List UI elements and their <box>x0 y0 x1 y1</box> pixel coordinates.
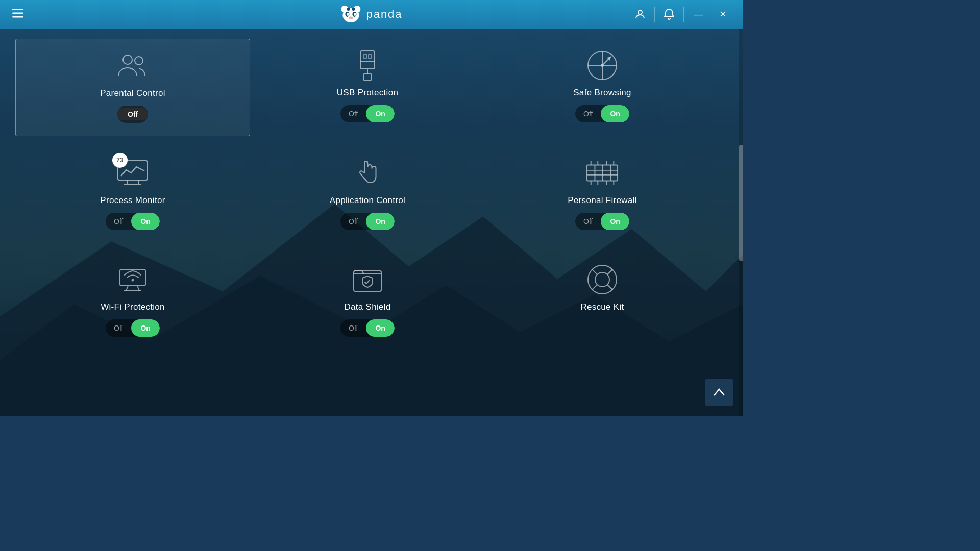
svg-rect-16 <box>360 51 375 69</box>
titlebar-divider2 <box>683 7 684 22</box>
titlebar-left <box>8 6 28 23</box>
application-control-icon <box>351 157 384 189</box>
titlebar: panda — ✕ <box>0 0 743 29</box>
parental-control-card[interactable]: Parental Control Off <box>15 39 250 136</box>
data-shield-off-label: Off <box>340 319 366 337</box>
svg-rect-39 <box>120 269 145 286</box>
data-shield-on-label[interactable]: On <box>366 319 394 337</box>
usb-off-label: Off <box>340 105 366 122</box>
svg-point-5 <box>342 8 359 22</box>
process-monitor-on-label[interactable]: On <box>131 213 159 230</box>
process-monitor-card[interactable]: 73 Process Monitor Off On <box>15 146 250 243</box>
parental-control-toggle[interactable]: Off <box>117 106 148 123</box>
titlebar-divider <box>654 7 655 22</box>
titlebar-center: panda <box>340 5 402 23</box>
process-monitor-toggle[interactable]: Off On <box>106 213 160 230</box>
personal-firewall-off-label: Off <box>575 213 601 230</box>
notifications-button[interactable] <box>657 0 681 29</box>
application-control-toggle[interactable]: Off On <box>340 213 395 230</box>
close-button[interactable]: ✕ <box>710 0 735 29</box>
usb-on-label[interactable]: On <box>366 105 394 122</box>
rescue-kit-icon <box>586 263 619 296</box>
svg-point-10 <box>349 17 353 19</box>
application-control-on-label[interactable]: On <box>366 213 394 230</box>
parental-control-title: Parental Control <box>100 88 165 98</box>
safe-browsing-off-label: Off <box>575 105 601 122</box>
usb-protection-toggle[interactable]: Off On <box>340 105 395 122</box>
safe-browsing-title: Safe Browsing <box>573 88 631 98</box>
data-shield-title: Data Shield <box>344 302 390 312</box>
safe-browsing-on-label[interactable]: On <box>601 105 629 122</box>
data-shield-card[interactable]: Data Shield Off On <box>250 253 485 349</box>
application-control-title: Application Control <box>330 195 405 206</box>
data-shield-icon <box>351 263 384 296</box>
scrollbar[interactable] <box>739 29 743 416</box>
process-monitor-off-label: Off <box>106 213 131 230</box>
process-monitor-badge: 73 <box>112 153 128 168</box>
scrollbar-thumb[interactable] <box>739 145 743 261</box>
safe-browsing-card[interactable]: Safe Browsing Off On <box>485 39 720 136</box>
wifi-protection-card[interactable]: Wi-Fi Protection Off On <box>15 253 250 349</box>
account-button[interactable] <box>628 0 652 29</box>
wifi-protection-icon <box>116 263 149 296</box>
svg-point-12 <box>352 8 355 11</box>
svg-point-9 <box>354 13 356 16</box>
application-control-off-label: Off <box>340 213 366 230</box>
personal-firewall-title: Personal Firewall <box>568 195 636 206</box>
minimize-button[interactable]: — <box>686 0 710 29</box>
svg-line-49 <box>592 285 597 290</box>
svg-point-43 <box>132 279 134 282</box>
svg-point-13 <box>638 10 642 14</box>
panda-logo-icon <box>340 5 361 23</box>
svg-rect-0 <box>12 9 23 10</box>
wifi-off-label: Off <box>106 319 131 337</box>
titlebar-right: — ✕ <box>628 0 735 29</box>
wifi-protection-title: Wi-Fi Protection <box>101 302 165 312</box>
svg-rect-1 <box>12 13 23 14</box>
menu-button[interactable] <box>8 6 28 23</box>
svg-line-47 <box>592 269 597 274</box>
svg-line-48 <box>607 269 612 274</box>
personal-firewall-card[interactable]: Personal Firewall Off On <box>485 146 720 243</box>
safe-browsing-toggle[interactable]: Off On <box>575 105 629 122</box>
svg-point-14 <box>123 55 132 64</box>
application-control-card[interactable]: Application Control Off On <box>250 146 485 243</box>
safe-browsing-icon <box>586 49 619 82</box>
process-monitor-icon: 73 <box>116 157 149 189</box>
features-grid: Parental Control Off USB Protection Off … <box>0 29 735 360</box>
usb-protection-title: USB Protection <box>337 88 398 98</box>
svg-point-46 <box>595 272 609 287</box>
personal-firewall-on-label[interactable]: On <box>601 213 629 230</box>
svg-rect-2 <box>12 16 23 18</box>
wifi-on-label[interactable]: On <box>131 319 159 337</box>
process-monitor-title: Process Monitor <box>100 195 165 206</box>
scroll-up-button[interactable] <box>705 379 733 406</box>
personal-firewall-icon <box>586 157 619 189</box>
parental-control-off-label[interactable]: Off <box>117 108 148 120</box>
usb-protection-card[interactable]: USB Protection Off On <box>250 39 485 136</box>
svg-rect-17 <box>363 74 372 80</box>
svg-line-40 <box>126 286 128 291</box>
parental-control-icon <box>116 49 149 82</box>
app-title: panda <box>366 8 402 21</box>
svg-point-8 <box>347 13 349 16</box>
svg-point-15 <box>135 57 143 65</box>
svg-line-41 <box>137 286 139 291</box>
wifi-protection-toggle[interactable]: Off On <box>106 319 160 337</box>
data-shield-toggle[interactable]: Off On <box>340 319 395 337</box>
svg-line-50 <box>607 285 612 290</box>
svg-point-11 <box>347 8 350 11</box>
rescue-kit-title: Rescue Kit <box>580 302 624 312</box>
rescue-kit-card[interactable]: Rescue Kit <box>485 253 720 349</box>
personal-firewall-toggle[interactable]: Off On <box>575 213 629 230</box>
usb-protection-icon <box>351 49 384 82</box>
